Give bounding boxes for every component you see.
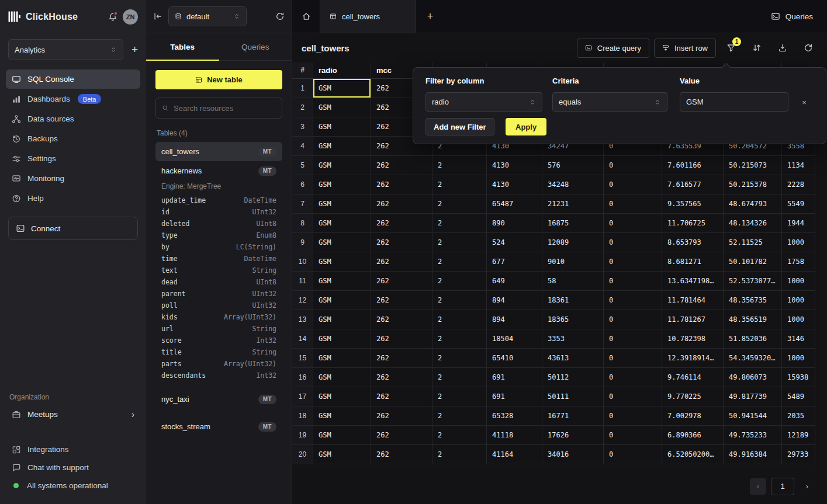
table-cell[interactable]: 262 — [371, 349, 432, 368]
table-cell[interactable]: GSM — [313, 79, 371, 98]
table-cell[interactable]: 3146 — [782, 329, 815, 349]
table-cell[interactable]: 0 — [604, 368, 662, 387]
table-cell[interactable]: 5489 — [782, 387, 815, 406]
table-cell[interactable]: 1000 — [782, 310, 815, 329]
table-cell[interactable]: 262 — [371, 194, 432, 214]
table-cell[interactable]: 262 — [371, 445, 432, 464]
table-cell[interactable]: 11.781464 — [662, 291, 724, 310]
table-cell[interactable]: 0 — [604, 329, 662, 349]
queries-button[interactable]: Queries — [757, 0, 827, 33]
table-cell[interactable]: 0 — [604, 214, 662, 233]
table-cell[interactable]: GSM — [313, 310, 371, 329]
table-cell[interactable]: 2 — [432, 387, 487, 406]
column-header[interactable]: # — [292, 62, 313, 79]
table-cell[interactable]: 262 — [371, 175, 432, 194]
table-cell[interactable]: 48.356735 — [724, 291, 782, 310]
table-cell[interactable]: GSM — [313, 445, 371, 464]
table-cell[interactable]: 0 — [604, 349, 662, 368]
workspace-selector[interactable]: Analytics — [8, 39, 123, 60]
table-cell[interactable]: 4130 — [487, 156, 542, 175]
table-cell[interactable]: 34016 — [542, 445, 604, 464]
table-cell[interactable]: 2 — [432, 291, 487, 310]
table-cell[interactable]: 1000 — [782, 272, 815, 291]
table-cell[interactable]: 21231 — [542, 194, 604, 214]
table-cell[interactable]: 58 — [542, 272, 604, 291]
table-cell[interactable]: 65410 — [487, 349, 542, 368]
table-cell[interactable]: 11.781267 — [662, 310, 724, 329]
table-cell[interactable]: 2 — [432, 368, 487, 387]
table-cell[interactable]: GSM — [313, 194, 371, 214]
search-input[interactable]: Search resources — [155, 98, 282, 119]
database-selector[interactable]: default — [168, 6, 247, 26]
table-cell[interactable]: 50.101782 — [724, 252, 782, 272]
table-cell[interactable]: 11.706725 — [662, 214, 724, 233]
sidebar-item-chat-with-support[interactable]: Chat with support — [6, 458, 140, 477]
table-cell[interactable]: 649 — [487, 272, 542, 291]
table-cell[interactable]: GSM — [313, 291, 371, 310]
table-cell[interactable]: 34248 — [542, 175, 604, 194]
table-cell[interactable]: 2 — [432, 252, 487, 272]
table-cell[interactable]: 2 — [432, 406, 487, 426]
table-cell[interactable]: 48.134326 — [724, 214, 782, 233]
table-cell[interactable]: 50.941544 — [724, 406, 782, 426]
table-cell[interactable]: GSM — [313, 117, 371, 137]
table-cell[interactable]: 5549 — [782, 194, 815, 214]
avatar[interactable]: ZN — [123, 9, 138, 25]
table-cell[interactable]: 17626 — [542, 426, 604, 445]
table-cell[interactable]: 1758 — [782, 252, 815, 272]
sidebar-item-data-sources[interactable]: Data sources — [6, 109, 140, 128]
table-cell[interactable]: 49.735233 — [724, 426, 782, 445]
table-cell[interactable]: 262 — [371, 233, 432, 252]
sidebar-item-help[interactable]: Help — [6, 189, 140, 208]
table-cell[interactable]: 3353 — [542, 329, 604, 349]
table-cell[interactable]: 49.817739 — [724, 387, 782, 406]
table-cell[interactable]: 2 — [432, 233, 487, 252]
table-cell[interactable]: 0 — [604, 194, 662, 214]
table-item-cell-towers[interactable]: cell_towersMT — [155, 142, 282, 161]
table-cell[interactable]: 50.215378 — [724, 175, 782, 194]
table-cell[interactable]: 262 — [371, 214, 432, 233]
table-cell[interactable]: 691 — [487, 387, 542, 406]
sidebar-item-all-systems-operational[interactable]: All systems operational — [6, 477, 140, 495]
table-cell[interactable]: 2228 — [782, 175, 815, 194]
table-cell[interactable]: 10.782398 — [662, 329, 724, 349]
connect-button[interactable]: Connect — [8, 217, 138, 240]
table-cell[interactable]: 7.002978 — [662, 406, 724, 426]
tab-queries[interactable]: Queries — [219, 33, 292, 60]
table-cell[interactable]: 0 — [604, 310, 662, 329]
table-cell[interactable]: 262 — [371, 426, 432, 445]
table-cell[interactable]: 49.916384 — [724, 445, 782, 464]
table-cell[interactable]: 677 — [487, 252, 542, 272]
refresh-data-button[interactable] — [798, 39, 819, 58]
tab-cell-towers[interactable]: cell_towers — [320, 0, 416, 33]
table-cell[interactable]: 9.357565 — [662, 194, 724, 214]
table-cell[interactable]: 18361 — [542, 291, 604, 310]
table-cell[interactable]: 49.806073 — [724, 368, 782, 387]
table-cell[interactable]: 262 — [371, 252, 432, 272]
table-item-hackernews[interactable]: hackernewsMT — [155, 161, 282, 180]
table-cell[interactable]: GSM — [313, 252, 371, 272]
table-cell[interactable]: 52.5373077… — [724, 272, 782, 291]
table-cell[interactable]: 894 — [487, 310, 542, 329]
table-cell[interactable]: 7.616577 — [662, 175, 724, 194]
table-cell[interactable]: 9.770225 — [662, 387, 724, 406]
sidebar-item-backups[interactable]: Backups — [6, 129, 140, 148]
create-query-button[interactable]: Create query — [577, 39, 649, 58]
sidebar-item-dashboards[interactable]: DashboardsBeta — [6, 89, 140, 109]
table-cell[interactable]: 2 — [432, 175, 487, 194]
sidebar-item-monitoring[interactable]: Monitoring — [6, 169, 140, 188]
table-cell[interactable]: 262 — [371, 368, 432, 387]
table-cell[interactable]: 29733 — [782, 445, 815, 464]
table-cell[interactable]: 262 — [371, 272, 432, 291]
table-cell[interactable]: 0 — [604, 175, 662, 194]
table-cell[interactable]: 2 — [432, 214, 487, 233]
table-cell[interactable]: GSM — [313, 329, 371, 349]
table-cell[interactable]: 2 — [432, 445, 487, 464]
table-cell[interactable]: 54.3459320… — [724, 349, 782, 368]
table-cell[interactable]: 41118 — [487, 426, 542, 445]
table-cell[interactable]: GSM — [313, 156, 371, 175]
table-cell[interactable]: 4130 — [487, 175, 542, 194]
filter-criteria-select[interactable]: equals — [552, 92, 667, 112]
table-cell[interactable]: 50111 — [542, 387, 604, 406]
table-cell[interactable]: 15938 — [782, 368, 815, 387]
